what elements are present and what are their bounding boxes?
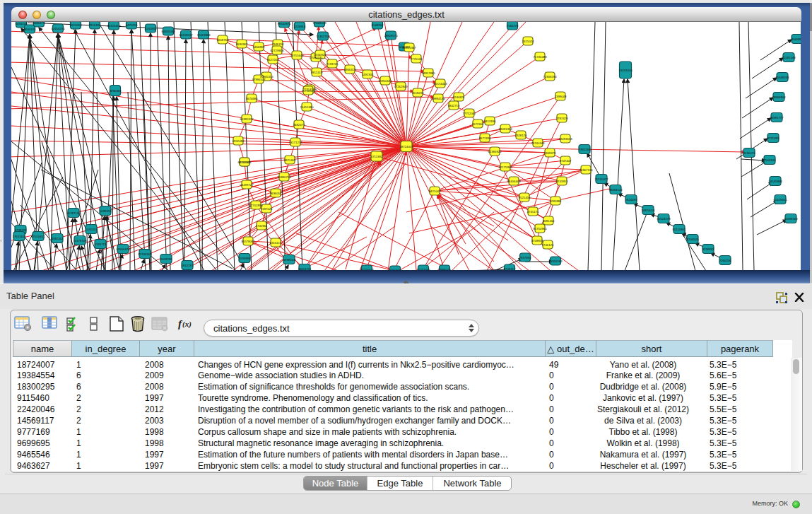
svg-text:64139537: 64139537 xyxy=(179,33,193,37)
svg-text:3747407: 3747407 xyxy=(560,159,572,163)
svg-text:0932480: 0932480 xyxy=(233,139,245,143)
svg-text:00524278: 00524278 xyxy=(657,217,671,221)
svg-text:(x): (x) xyxy=(182,320,192,329)
svg-text:7193745: 7193745 xyxy=(326,62,339,66)
svg-text:51850671: 51850671 xyxy=(378,79,392,83)
svg-text:6998543: 6998543 xyxy=(283,258,295,262)
svg-text:5098393: 5098393 xyxy=(100,209,112,213)
svg-text:1671902: 1671902 xyxy=(472,122,484,126)
svg-text:7770143: 7770143 xyxy=(411,57,423,61)
svg-text:99091334: 99091334 xyxy=(498,127,512,131)
svg-text:4738299: 4738299 xyxy=(15,228,27,232)
svg-text:2421024: 2421024 xyxy=(522,40,534,43)
svg-text:94406409: 94406409 xyxy=(507,180,521,183)
svg-text:8386379: 8386379 xyxy=(33,22,45,25)
svg-text:29946804: 29946804 xyxy=(772,95,786,99)
svg-text:7991183: 7991183 xyxy=(579,148,591,151)
svg-text:3685160: 3685160 xyxy=(543,219,555,223)
svg-text:9912419: 9912419 xyxy=(311,71,323,74)
svg-text:7917693: 7917693 xyxy=(519,256,531,259)
svg-text:1491905: 1491905 xyxy=(362,73,374,76)
svg-text:1615594: 1615594 xyxy=(70,23,82,27)
svg-text:77752047: 77752047 xyxy=(462,112,476,115)
svg-text:62729806: 62729806 xyxy=(270,49,284,52)
svg-text:53755646: 53755646 xyxy=(290,54,304,57)
svg-text:34957885: 34957885 xyxy=(421,71,435,75)
svg-text:97848018: 97848018 xyxy=(312,22,326,25)
svg-text:34874016: 34874016 xyxy=(641,209,655,212)
svg-text:1627204: 1627204 xyxy=(267,58,279,62)
svg-text:2328120: 2328120 xyxy=(515,134,527,137)
svg-text:3158692: 3158692 xyxy=(702,247,714,251)
svg-text:01429401: 01429401 xyxy=(773,198,787,201)
svg-text:9636057: 9636057 xyxy=(270,192,282,195)
svg-text:60385977: 60385977 xyxy=(240,117,254,121)
svg-text:1824493: 1824493 xyxy=(625,198,637,201)
svg-text:37996507: 37996507 xyxy=(252,78,266,81)
svg-text:64835030: 64835030 xyxy=(161,30,175,33)
svg-text:65648236: 65648236 xyxy=(775,76,789,79)
svg-text:1226916: 1226916 xyxy=(294,25,306,28)
svg-text:86578091: 86578091 xyxy=(241,240,255,243)
svg-text:85574443: 85574443 xyxy=(433,82,447,86)
svg-text:4966319: 4966319 xyxy=(344,68,356,71)
svg-text:3482477: 3482477 xyxy=(293,123,305,127)
svg-text:02654235: 02654235 xyxy=(51,27,65,30)
svg-text:96532871: 96532871 xyxy=(277,22,291,25)
svg-text:71746488: 71746488 xyxy=(533,55,547,59)
svg-text:7816184: 7816184 xyxy=(89,23,101,27)
svg-text:61595148: 61595148 xyxy=(782,56,796,59)
svg-text:0812191: 0812191 xyxy=(182,264,194,267)
svg-text:02606474: 02606474 xyxy=(116,247,130,251)
svg-text:4060883: 4060883 xyxy=(792,37,801,41)
svg-text:13493618: 13493618 xyxy=(558,137,572,141)
svg-text:98084124: 98084124 xyxy=(608,188,623,192)
svg-text:67010651: 67010651 xyxy=(31,235,45,238)
svg-text:6690967: 6690967 xyxy=(236,42,248,46)
svg-text:3285884: 3285884 xyxy=(550,199,562,203)
svg-text:36995777: 36995777 xyxy=(770,116,784,119)
svg-text:5240824: 5240824 xyxy=(453,95,465,99)
svg-text:9600133: 9600133 xyxy=(24,28,36,31)
svg-text:0330923: 0330923 xyxy=(314,53,326,57)
svg-text:7182278: 7182278 xyxy=(507,24,519,28)
svg-text:25135427: 25135427 xyxy=(594,177,608,181)
svg-text:82175946: 82175946 xyxy=(498,165,512,169)
svg-text:7187026: 7187026 xyxy=(261,207,273,211)
svg-text:4711382: 4711382 xyxy=(371,155,383,158)
svg-text:6658760: 6658760 xyxy=(217,38,229,42)
svg-text:1746120: 1746120 xyxy=(542,243,554,247)
svg-text:76320163: 76320163 xyxy=(548,259,563,263)
svg-text:79740344: 79740344 xyxy=(531,141,545,145)
svg-text:71756551: 71756551 xyxy=(301,89,315,93)
svg-text:51462704: 51462704 xyxy=(316,35,330,38)
svg-text:73178108: 73178108 xyxy=(73,239,87,243)
svg-text:62386922: 62386922 xyxy=(488,150,502,153)
svg-text:6475255: 6475255 xyxy=(126,23,138,27)
svg-text:3387262: 3387262 xyxy=(52,237,64,240)
svg-text:80112805: 80112805 xyxy=(673,228,686,231)
svg-text:9743953: 9743953 xyxy=(556,180,568,183)
svg-text:4896383: 4896383 xyxy=(110,89,122,93)
svg-text:2260256: 2260256 xyxy=(719,259,731,262)
svg-text:9821465: 9821465 xyxy=(284,158,296,162)
svg-text:13433200: 13433200 xyxy=(618,69,632,72)
svg-text:4745171: 4745171 xyxy=(527,210,539,214)
svg-text:57262849: 57262849 xyxy=(394,85,408,88)
svg-text:6204505: 6204505 xyxy=(687,238,699,241)
svg-text:93103413: 93103413 xyxy=(107,24,121,28)
svg-text:9421047: 9421047 xyxy=(429,189,441,193)
svg-text:8721489: 8721489 xyxy=(767,136,779,140)
svg-text:87234309: 87234309 xyxy=(138,252,152,256)
svg-text:37631165: 37631165 xyxy=(13,235,26,238)
svg-text:3709859: 3709859 xyxy=(531,239,543,243)
svg-text:28809570: 28809570 xyxy=(384,34,398,37)
svg-text:72423884: 72423884 xyxy=(196,33,211,37)
svg-text:4216073: 4216073 xyxy=(743,151,755,155)
svg-text:8148932: 8148932 xyxy=(372,23,384,27)
svg-text:7346706: 7346706 xyxy=(272,42,284,46)
svg-text:13171274: 13171274 xyxy=(288,141,302,144)
svg-text:49894134: 49894134 xyxy=(431,97,445,100)
svg-text:15451680: 15451680 xyxy=(300,105,314,109)
svg-text:1031051: 1031051 xyxy=(86,228,98,231)
